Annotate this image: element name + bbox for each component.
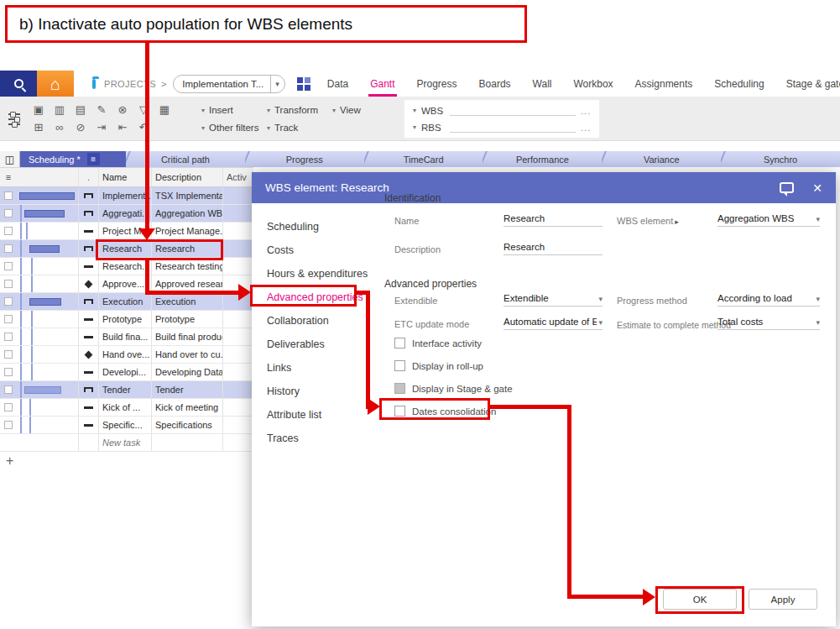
- project-selector[interactable]: Implementation T... ▾: [173, 75, 284, 93]
- dialog-nav-collaboration[interactable]: Collaboration: [267, 315, 368, 338]
- tab-gantt[interactable]: Gantt: [370, 71, 394, 97]
- apply-button[interactable]: Apply: [749, 589, 817, 610]
- tab-stage-gate[interactable]: Stage & gate: [786, 71, 840, 97]
- view-tab-synchro[interactable]: Synchro: [721, 151, 840, 167]
- checkbox-icon[interactable]: [394, 338, 405, 349]
- etc-update-mode-select[interactable]: Automatic update of ET▾: [503, 317, 603, 330]
- duplicate-icon[interactable]: ▥: [53, 104, 66, 116]
- table-row[interactable]: Developi... Developing Data...: [0, 364, 253, 381]
- table-row[interactable]: Prototype Prototype: [0, 311, 253, 328]
- link-icon[interactable]: ∞: [53, 122, 66, 134]
- table-row[interactable]: Execution Execution: [0, 293, 253, 311]
- tab-progress[interactable]: Progress: [417, 71, 457, 97]
- view-tab-critical-path[interactable]: Critical path: [126, 151, 245, 167]
- wbs-filter-input[interactable]: [450, 105, 576, 116]
- hierarchy-icon[interactable]: ≡: [6, 172, 11, 182]
- row-checkbox[interactable]: [4, 368, 13, 376]
- table-row[interactable]: Hand ove... Hand over to cu...: [0, 346, 253, 364]
- home-button[interactable]: ⌂: [37, 71, 74, 97]
- view-tab-variance[interactable]: Variance: [602, 151, 721, 167]
- row-checkbox[interactable]: [4, 403, 13, 411]
- column-header-activity[interactable]: Activ: [223, 168, 253, 186]
- row-checkbox[interactable]: [4, 297, 13, 306]
- column-header-name[interactable]: Name: [99, 168, 152, 186]
- wbs-filter-more-button[interactable]: ...: [581, 106, 591, 116]
- search-button[interactable]: [0, 71, 37, 97]
- wbs-element-select[interactable]: Aggregation WBS▾: [717, 213, 820, 227]
- dialog-nav-traces[interactable]: Traces: [267, 432, 368, 456]
- transform-menu[interactable]: ▾Transform: [267, 105, 332, 115]
- edit-icon[interactable]: ✎: [95, 104, 108, 116]
- cancel-icon[interactable]: ⊗: [116, 104, 129, 116]
- indent-icon[interactable]: ⇥: [95, 122, 108, 134]
- row-checkbox[interactable]: [4, 315, 13, 323]
- other-filters-menu[interactable]: ▾Other filters: [201, 123, 267, 133]
- progress-method-select[interactable]: According to load▾: [717, 293, 820, 307]
- row-checkbox[interactable]: [4, 209, 13, 218]
- name-input[interactable]: Research: [503, 213, 603, 227]
- display-stage-gate-checkbox[interactable]: Display in Stage & gate: [394, 383, 513, 394]
- table-icon[interactable]: ⊞: [32, 122, 45, 134]
- add-task-button[interactable]: +: [6, 453, 13, 469]
- tab-menu-icon[interactable]: ≡: [87, 153, 100, 165]
- dialog-nav-costs[interactable]: Costs: [267, 244, 368, 268]
- table-row[interactable]: Research. Research testing...: [0, 258, 253, 275]
- table-row[interactable]: Specific... Specifications: [0, 417, 253, 434]
- display-rollup-checkbox[interactable]: Display in roll-up: [394, 360, 483, 371]
- app-grid-icon[interactable]: [297, 77, 310, 91]
- tab-workbox[interactable]: Workbox: [573, 71, 613, 97]
- comments-icon[interactable]: [780, 182, 794, 193]
- checkbox-checked-icon[interactable]: [394, 383, 405, 394]
- tab-boards[interactable]: Boards: [479, 71, 511, 97]
- view-tab-scheduling[interactable]: Scheduling * ≡: [20, 151, 126, 167]
- view-tab-progress[interactable]: Progress: [245, 151, 364, 167]
- row-checkbox[interactable]: [4, 421, 13, 429]
- table-row[interactable]: Build fina... Build final product: [0, 328, 253, 346]
- tune-icon[interactable]: [0, 113, 29, 125]
- view-menu[interactable]: ▾View: [332, 105, 398, 115]
- table-row[interactable]: Implement... TSX Implementa...: [0, 187, 253, 205]
- row-checkbox[interactable]: [4, 350, 13, 359]
- copy-icon[interactable]: ▣: [32, 104, 45, 116]
- folder-icon[interactable]: [92, 79, 96, 89]
- tab-assignments[interactable]: Assignments: [635, 71, 693, 97]
- view-tab-timecard[interactable]: TimeCard: [364, 151, 483, 167]
- paste-icon[interactable]: ▤: [74, 104, 87, 116]
- layout-icon[interactable]: ◫: [0, 151, 20, 167]
- unlink-icon[interactable]: ⊘: [74, 122, 87, 134]
- extendible-select[interactable]: Extendible▾: [503, 293, 603, 307]
- table-row[interactable]: Tender Tender: [0, 381, 253, 399]
- table-row[interactable]: Aggregati... Aggregation WBS: [0, 205, 253, 223]
- row-checkbox[interactable]: [4, 227, 13, 235]
- dialog-nav-history[interactable]: History: [267, 385, 368, 409]
- checkbox-icon[interactable]: [394, 360, 405, 371]
- interface-activity-checkbox[interactable]: Interface activity: [394, 338, 482, 349]
- column-header-description[interactable]: Description: [152, 168, 223, 186]
- tab-wall[interactable]: Wall: [533, 71, 552, 97]
- view-tab-performance[interactable]: Performance: [483, 151, 602, 167]
- new-task-label[interactable]: New task: [99, 434, 152, 451]
- dialog-nav-attribute-list[interactable]: Attribute list: [267, 409, 368, 432]
- row-checkbox[interactable]: [4, 280, 13, 288]
- rbs-filter-more-button[interactable]: ...: [581, 123, 591, 133]
- dialog-nav-deliverables[interactable]: Deliverables: [267, 338, 368, 362]
- table-row[interactable]: Kick of ... Kick of meeting: [0, 399, 253, 417]
- tab-scheduling[interactable]: Scheduling: [714, 71, 764, 97]
- description-input[interactable]: Research: [503, 242, 603, 255]
- tab-data[interactable]: Data: [327, 71, 348, 97]
- rbs-filter-input[interactable]: [450, 122, 576, 133]
- close-icon[interactable]: ✕: [812, 181, 822, 195]
- dialog-nav-links[interactable]: Links: [267, 362, 368, 385]
- dialog-nav-scheduling[interactable]: Scheduling: [267, 221, 368, 244]
- flyout-arrow-icon[interactable]: ▸: [675, 218, 679, 226]
- new-task-row[interactable]: New task: [0, 434, 253, 452]
- row-checkbox[interactable]: [4, 191, 13, 200]
- save-icon[interactable]: ▦: [158, 104, 171, 116]
- insert-menu[interactable]: ▾Insert: [201, 105, 267, 115]
- estimate-to-complete-select[interactable]: Total costs▾: [717, 317, 820, 330]
- outdent-icon[interactable]: ⇤: [116, 122, 129, 134]
- row-checkbox[interactable]: [4, 244, 13, 253]
- table-row[interactable]: Project M... Project Manage...: [0, 223, 253, 240]
- track-menu[interactable]: ▾Track: [267, 123, 332, 133]
- column-header-type[interactable]: .: [79, 168, 99, 186]
